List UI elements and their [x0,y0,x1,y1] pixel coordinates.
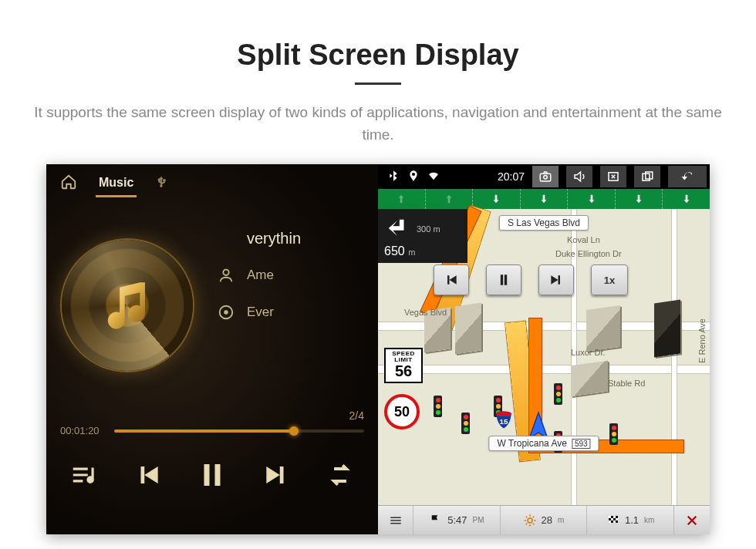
home-icon[interactable] [60,173,77,193]
map-label: Koval Ln [567,235,600,244]
navigation-panel: 20:07 [378,164,710,534]
prev-button[interactable] [131,458,165,492]
track-album: Ever [247,305,274,320]
recents-button[interactable] [634,166,660,187]
album-disc [62,240,193,371]
page-description: It supports the same screen display of t… [0,102,756,164]
building-icon [654,300,680,358]
split-screen-device: Music verythin Ame [46,164,710,534]
traffic-light-icon [434,396,442,417]
current-speed: 50 [384,394,420,429]
location-icon [407,170,420,184]
progress-bar[interactable]: 00:01:20 [60,425,364,436]
sim-pause-button[interactable] [486,264,521,295]
track-artist-row[interactable]: Ame [218,257,378,294]
svg-rect-11 [609,516,611,518]
current-street-label: W Tropicana Ave593 [488,436,599,451]
traffic-light-icon [554,383,562,405]
lane-arrow-icon [426,189,474,209]
trip-time-display[interactable]: 28m [501,506,588,534]
close-app-button[interactable] [600,166,626,187]
turn-instruction: 300 m 650 m [378,209,467,263]
usb-icon[interactable] [155,174,167,192]
wifi-icon [427,170,440,184]
traffic-light-icon [461,413,470,434]
route-simulation-controls: 1x [434,264,628,295]
building-icon [571,361,608,397]
next-button[interactable] [259,458,293,492]
map-label: E Reno Ave [697,318,707,363]
eta-display[interactable]: 5:47PM [413,506,501,534]
status-clock: 20:07 [498,170,525,183]
lane-arrow-icon [616,189,663,209]
turn-left-icon [384,215,410,241]
road [671,209,677,505]
tab-music[interactable]: Music [99,176,133,190]
lane-arrow-icon [521,189,569,209]
map-label: Stable Rd [608,379,645,388]
svg-point-0 [223,270,228,275]
screenshot-button[interactable] [532,166,559,187]
track-info: verythin Ame Ever [208,201,378,409]
svg-rect-15 [609,520,611,523]
sim-next-button[interactable] [538,264,574,295]
map-label: Vegas Blvd [404,308,447,317]
album-art [46,201,208,409]
interstate-shield-icon: 15 [494,409,514,429]
track-title: verythin [218,220,378,257]
music-note-icon [100,278,154,332]
svg-rect-13 [611,518,613,520]
sim-prev-button[interactable] [434,264,469,295]
lane-arrow-icon [473,189,521,209]
track-album-row[interactable]: Ever [218,294,378,331]
android-status-bar: 20:07 [378,164,710,189]
playback-controls [46,436,378,514]
lane-arrow-icon [378,189,426,209]
volume-button[interactable] [566,166,592,187]
playlist-button[interactable] [67,458,101,492]
svg-rect-16 [613,520,616,523]
svg-point-4 [544,176,548,180]
svg-point-9 [528,518,532,523]
traffic-light-icon [609,423,618,445]
lane-arrow-icon [568,189,616,209]
pause-button[interactable] [195,458,229,492]
speed-limit-sign: SPEED LIMIT 56 [384,348,423,383]
building-icon [455,303,481,355]
trip-distance-display[interactable]: 1.1km [587,506,674,534]
svg-rect-14 [616,518,618,520]
map-label: Duke Ellington Dr [555,249,622,258]
nav-close-button[interactable] [674,506,710,534]
map-label: Luxor Dr. [571,348,606,357]
svg-text:15: 15 [500,417,508,426]
lane-guidance [378,189,710,209]
title-underline [355,83,401,85]
elapsed-time: 00:01:20 [60,425,105,436]
svg-point-2 [224,311,228,314]
building-icon [586,305,620,352]
track-artist: Ame [247,268,274,283]
next-street-label: S Las Vegas Blvd [499,215,589,231]
music-topbar: Music [46,164,378,201]
lane-arrow-icon [663,189,710,209]
nav-bottom-bar: 5:47PM 28m 1.1km [378,505,710,534]
person-icon [218,267,235,284]
svg-rect-3 [540,173,551,181]
road [378,365,710,374]
bluetooth-icon [387,170,400,184]
disc-icon [218,304,235,321]
music-panel: Music verythin Ame [46,164,378,534]
back-button[interactable] [668,166,707,187]
sim-speed-button[interactable]: 1x [591,264,628,295]
switch-app-button[interactable] [323,458,357,492]
svg-rect-12 [613,516,616,518]
page-title: Split Screen Display [0,14,756,72]
nav-menu-button[interactable] [378,506,413,534]
track-counter: 2/4 [60,409,364,422]
